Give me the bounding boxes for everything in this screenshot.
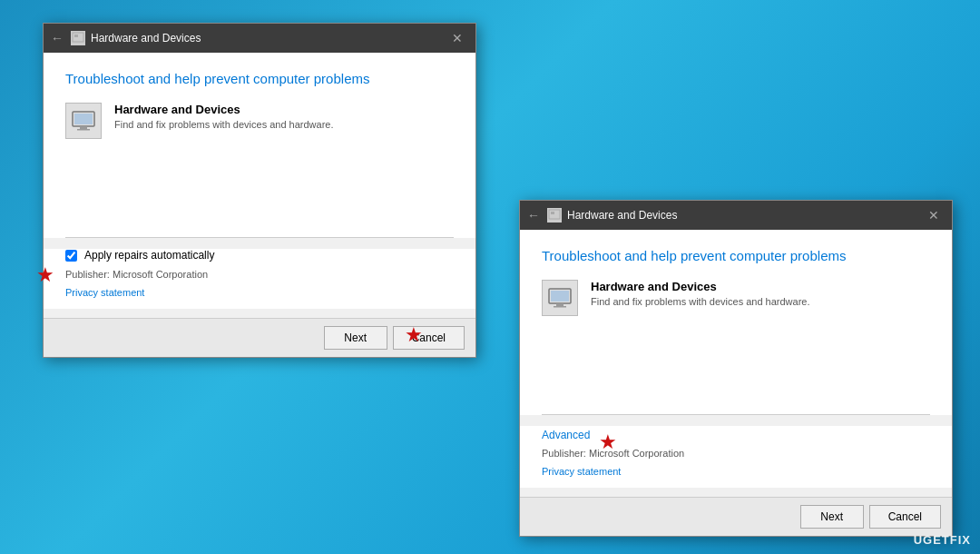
- watermark: UGETFIX: [914, 533, 971, 547]
- footer-2: Next Cancel: [520, 497, 952, 536]
- dialog-heading-1: Troubleshoot and help prevent computer p…: [65, 71, 454, 86]
- svg-rect-11: [554, 306, 566, 308]
- auto-repair-checkbox-1[interactable]: [65, 250, 77, 262]
- svg-rect-1: [74, 35, 78, 37]
- svg-rect-9: [551, 291, 569, 302]
- publisher-1: Publisher: Microsoft Corporation: [65, 269, 454, 280]
- svg-rect-7: [551, 212, 554, 214]
- item-title-2: Hardware and Devices: [591, 280, 810, 293]
- privacy-link-2[interactable]: Privacy statement: [542, 466, 621, 477]
- title-text-1: Hardware and Devices: [91, 32, 446, 45]
- dialog-content-2: Troubleshoot and help prevent computer p…: [520, 230, 952, 415]
- svg-rect-10: [556, 303, 564, 306]
- troubleshooter-icon-1: [65, 103, 102, 139]
- dialog-heading-2: Troubleshoot and help prevent computer p…: [542, 248, 930, 263]
- separator-2: [542, 414, 930, 415]
- title-text-2: Hardware and Devices: [567, 209, 923, 222]
- close-button-2[interactable]: ✕: [923, 206, 945, 224]
- options-1: Apply repairs automatically Publisher: M…: [44, 249, 475, 309]
- separator-1: [65, 237, 454, 238]
- title-bar-2: ← Hardware and Devices ✕: [520, 201, 952, 230]
- troubleshooter-item-2: Hardware and Devices Find and fix proble…: [542, 280, 930, 316]
- item-title-1: Hardware and Devices: [114, 103, 334, 116]
- dialog-1: ← Hardware and Devices ✕ Troubleshoot an…: [43, 23, 476, 358]
- title-bar-1: ← Hardware and Devices ✕: [44, 24, 475, 53]
- spacer-1: [65, 153, 454, 226]
- cancel-button-1[interactable]: Cancel: [393, 326, 465, 350]
- advanced-link[interactable]: Advanced: [542, 429, 590, 441]
- item-desc-1: Find and fix problems with devices and h…: [114, 119, 334, 130]
- back-button-1[interactable]: ←: [51, 31, 64, 45]
- close-button-1[interactable]: ✕: [446, 29, 468, 47]
- troubleshooter-info-2: Hardware and Devices Find and fix proble…: [591, 280, 810, 307]
- svg-rect-5: [77, 129, 90, 131]
- window-icon-2: [547, 208, 562, 223]
- publisher-2: Publisher: Microsoft Corporation: [542, 448, 930, 459]
- troubleshooter-icon-2: [542, 280, 578, 316]
- spacer-2: [542, 331, 930, 403]
- troubleshooter-item-1: Hardware and Devices Find and fix proble…: [65, 103, 454, 139]
- dialog-2: ← Hardware and Devices ✕ Troubleshoot an…: [519, 200, 953, 537]
- footer-1: Next Cancel: [44, 318, 475, 357]
- item-desc-2: Find and fix problems with devices and h…: [591, 296, 810, 307]
- options-2: Advanced Publisher: Microsoft Corporatio…: [520, 426, 952, 488]
- next-button-2[interactable]: Next: [800, 505, 864, 529]
- checkbox-label-1: Apply repairs automatically: [84, 249, 214, 262]
- checkbox-row-1: Apply repairs automatically: [65, 249, 454, 262]
- back-button-2[interactable]: ←: [527, 208, 540, 223]
- privacy-link-1[interactable]: Privacy statement: [65, 287, 144, 298]
- next-button-1[interactable]: Next: [324, 326, 387, 350]
- window-icon-1: [71, 31, 85, 45]
- troubleshooter-info-1: Hardware and Devices Find and fix proble…: [114, 103, 334, 130]
- svg-rect-3: [74, 114, 93, 124]
- svg-rect-4: [80, 126, 87, 129]
- cancel-button-2[interactable]: Cancel: [869, 505, 941, 529]
- dialog-content-1: Troubleshoot and help prevent computer p…: [44, 53, 475, 238]
